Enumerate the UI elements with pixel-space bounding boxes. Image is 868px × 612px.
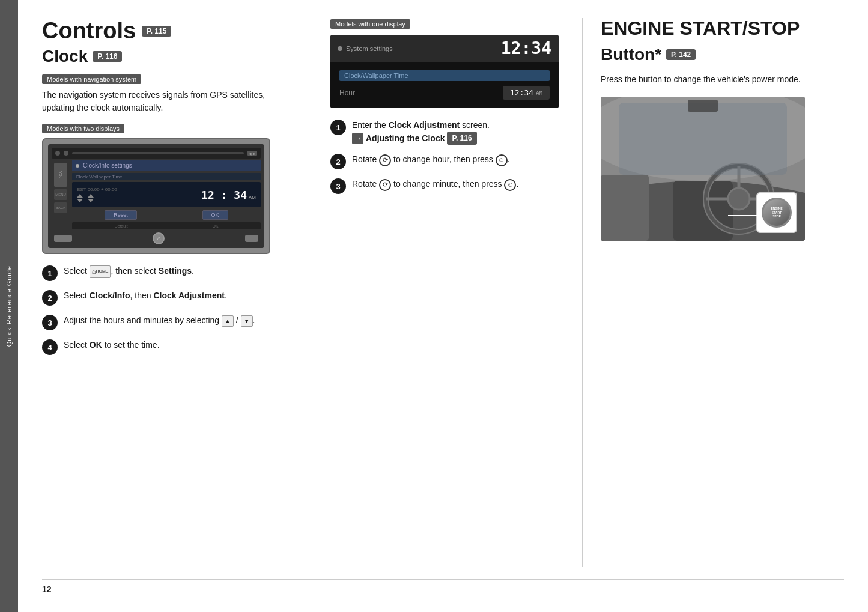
engine-subtitle-text: Button* bbox=[601, 45, 661, 64]
step-2-two: 2 Select Clock/Info, then Clock Adjustme… bbox=[42, 289, 294, 306]
clock-title-text: Clock bbox=[42, 47, 88, 66]
col2: Models with one display System settings … bbox=[312, 18, 583, 567]
side-tab-text: Quick Reference Guide bbox=[5, 265, 13, 347]
od-time-big: 12:34 bbox=[501, 38, 551, 58]
nav-buttons bbox=[245, 235, 258, 242]
step-3-one: 3 Rotate ⟳ to change minute, then press … bbox=[330, 178, 564, 194]
screen-offset: EST 00:00 + 00:00 bbox=[77, 187, 117, 192]
od-header-left: System settings bbox=[338, 45, 393, 52]
step-text-3: Adjust the hours and minutes by selectin… bbox=[64, 314, 255, 327]
screen-offset-text: EST 00:00 + 00:00 bbox=[77, 187, 117, 202]
press-icon-1: ☺ bbox=[496, 154, 508, 166]
od-header-text: System settings bbox=[346, 45, 393, 52]
nav-text: The navigation system receives signals f… bbox=[42, 89, 294, 114]
step-text-1: Select ⌂HOME, then select Settings. bbox=[64, 265, 194, 278]
screen-sidebar: VOL MENU BACK bbox=[52, 160, 70, 229]
step-circle-2: 2 bbox=[42, 290, 58, 306]
od-hour-row: Hour 12:34 AM bbox=[339, 83, 550, 102]
title-ref-badge: P. 115 bbox=[142, 26, 171, 37]
one-display-screen: System settings 12:34 Clock/Wallpaper Ti… bbox=[330, 35, 559, 108]
default-btn[interactable]: Default bbox=[114, 224, 127, 228]
step-text-4: Select OK to set the time. bbox=[64, 339, 160, 351]
clock-ref-badge: P. 116 bbox=[93, 51, 122, 62]
od-value-box: 12:34 AM bbox=[503, 86, 550, 100]
clock-title: Clock P. 116 bbox=[42, 47, 294, 66]
columns: Controls P. 115 Clock P. 116 Models with… bbox=[42, 18, 844, 567]
step-4-two: 4 Select OK to set the time. bbox=[42, 339, 294, 355]
page-number: 12 bbox=[42, 584, 52, 594]
sidebar-icon-2: MENU bbox=[54, 189, 67, 200]
ok-btn2[interactable]: OK bbox=[212, 224, 218, 228]
engine-ref-badge: P. 142 bbox=[666, 49, 696, 60]
step-text-2-od: Rotate ⟳ to change hour, then press ☺. bbox=[352, 153, 510, 166]
screen-dot-2 bbox=[64, 151, 68, 156]
step-text-2: Select Clock/Info, then Clock Adjustment… bbox=[64, 289, 227, 302]
svg-rect-10 bbox=[619, 103, 787, 175]
svg-rect-3 bbox=[673, 181, 733, 241]
od-time-value: 12:34 bbox=[510, 88, 533, 97]
press-icon-2: ☺ bbox=[504, 179, 516, 191]
step-circle-1-od: 1 bbox=[330, 120, 346, 135]
od-body: Clock/Wallpaper Time Hour 12:34 AM bbox=[330, 62, 559, 108]
od-highlight-row: Clock/Wallpaper Time bbox=[339, 70, 550, 81]
rotate-icon-1: ⟳ bbox=[379, 154, 391, 166]
nav-btn-1[interactable] bbox=[245, 235, 258, 242]
warning-indicator: ⚠ bbox=[153, 232, 165, 244]
engine-button-callout: ENGINESTARTSTOP bbox=[757, 193, 796, 232]
screen-header: Clock/Info settings bbox=[72, 160, 261, 171]
svg-rect-11 bbox=[688, 100, 718, 112]
main-content: Controls P. 115 Clock P. 116 Models with… bbox=[18, 0, 868, 612]
od-screen-header: System settings 12:34 bbox=[330, 35, 559, 62]
screen-dot-1 bbox=[55, 151, 60, 156]
adjusting-clock-text: Adjusting the Clock bbox=[366, 132, 445, 145]
step-2-one: 2 Rotate ⟳ to change hour, then press ☺. bbox=[330, 153, 564, 169]
screen-bottom: Default OK bbox=[72, 222, 261, 229]
step-text-1-od: Enter the Clock Adjustment screen. ⇒ Adj… bbox=[352, 119, 490, 145]
nav-label-tag: Models with navigation system bbox=[42, 74, 141, 84]
up-arrow-btn[interactable]: ▲ bbox=[222, 315, 234, 327]
adjusting-clock-arrow: ⇒ bbox=[352, 133, 363, 144]
step-3-two: 3 Adjust the hours and minutes by select… bbox=[42, 314, 294, 330]
ok-btn[interactable]: OK bbox=[202, 210, 228, 220]
svg-point-6 bbox=[728, 188, 750, 210]
car-image: ENGINESTARTSTOP bbox=[601, 97, 805, 241]
col3: ENGINE START/STOP Button* P. 142 Press t… bbox=[583, 18, 844, 567]
step-circle-1: 1 bbox=[42, 265, 58, 281]
step-circle-3-od: 3 bbox=[330, 178, 346, 194]
od-time-display: 12:34 bbox=[501, 38, 551, 58]
screen-buttons: Reset OK bbox=[72, 210, 261, 220]
svg-rect-2 bbox=[601, 175, 649, 241]
screen-time: 12 : 34 bbox=[201, 189, 247, 201]
screen-top-bar: ◀ ▶ bbox=[52, 148, 261, 159]
one-display-label-tag: Models with one display bbox=[330, 19, 410, 29]
step-1-two: 1 Select ⌂HOME, then select Settings. bbox=[42, 265, 294, 281]
engine-start-button[interactable]: ENGINESTARTSTOP bbox=[762, 198, 792, 228]
two-display-screen: ◀ ▶ VOL MENU BACK bbox=[42, 138, 270, 254]
od-am: AM bbox=[536, 90, 542, 96]
side-tab: Quick Reference Guide bbox=[0, 0, 18, 612]
engine-title: ENGINE START/STOP bbox=[601, 18, 844, 39]
sidebar-icon-3: BACK bbox=[54, 202, 67, 213]
screen-time-row: EST 00:00 + 00:00 bbox=[72, 182, 261, 207]
col1: Controls P. 115 Clock P. 116 Models with… bbox=[42, 18, 312, 567]
step-circle-3: 3 bbox=[42, 315, 58, 330]
page-title: Controls P. 115 bbox=[42, 18, 294, 44]
step-text-3-od: Rotate ⟳ to change minute, then press ☺. bbox=[352, 178, 518, 190]
rotate-icon-2: ⟳ bbox=[379, 179, 391, 191]
adjusting-clock-ref: P. 116 bbox=[447, 132, 476, 145]
screen-outer: ◀ ▶ VOL MENU BACK bbox=[48, 144, 264, 248]
sidebar-icon-1: VOL bbox=[54, 163, 67, 187]
reset-btn[interactable]: Reset bbox=[105, 210, 137, 220]
screen-header-text: Clock/Info settings bbox=[83, 162, 132, 169]
phys-btn-1[interactable] bbox=[54, 235, 72, 242]
od-hour-label: Hour bbox=[339, 89, 355, 97]
screen-body: VOL MENU BACK bbox=[52, 160, 261, 229]
title-text: Controls bbox=[42, 18, 136, 44]
down-arrow-btn[interactable]: ▼ bbox=[241, 315, 253, 327]
step-1-one: 1 Enter the Clock Adjustment screen. ⇒ A… bbox=[330, 119, 564, 145]
screen-time-block: 12 : 34 AM bbox=[201, 189, 256, 201]
screen-tab-row: Clock Wallpaper Time bbox=[72, 173, 261, 180]
engine-btn-label: ENGINESTARTSTOP bbox=[771, 207, 782, 219]
step-circle-4: 4 bbox=[42, 339, 58, 355]
engine-desc: Press the button to change the vehicle's… bbox=[601, 73, 844, 86]
